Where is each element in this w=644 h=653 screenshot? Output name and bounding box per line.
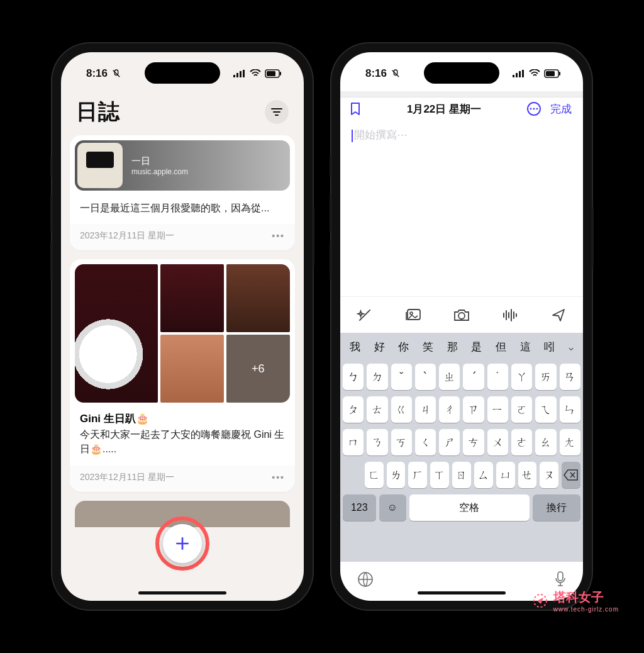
key[interactable]: ㄇ <box>343 429 364 455</box>
text-cursor <box>352 130 353 142</box>
journal-card[interactable]: +6 Gini 生日趴🎂 今天和大家一起去了大安的嗨餐廳慶祝 Gini 生日🎂.… <box>70 259 295 491</box>
key[interactable]: ㄡ <box>540 462 558 488</box>
key[interactable]: ㄟ <box>535 396 556 423</box>
key[interactable]: ㄏ <box>408 462 427 488</box>
key[interactable]: ㄑ <box>415 429 436 455</box>
return-key[interactable]: 換行 <box>533 494 580 521</box>
key[interactable]: ㄊ <box>367 396 387 423</box>
entry-more-button[interactable]: ••• <box>272 231 285 241</box>
status-time: 8:16 <box>86 67 108 80</box>
suggestion-bar: 我 好 你 笑 那 是 但 這 吲 ⌄ <box>340 333 583 360</box>
location-button[interactable] <box>549 306 568 325</box>
dynamic-island <box>424 62 499 84</box>
key-row: 123 ☺ 空格 換行 <box>340 491 583 524</box>
svg-rect-13 <box>559 72 560 75</box>
delete-key[interactable] <box>562 462 580 488</box>
key[interactable]: ㄋ <box>367 429 387 455</box>
music-attachment[interactable]: 一日 music.apple.com <box>75 140 290 191</box>
key[interactable]: ˋ <box>415 364 436 390</box>
space-key[interactable]: 空格 <box>409 494 530 521</box>
key[interactable]: ㄅ <box>343 364 364 390</box>
svg-rect-8 <box>516 73 518 77</box>
editor-date[interactable]: 1月22日 星期一 <box>407 102 481 116</box>
editor-nav: 1月22日 星期一 完成 <box>340 98 583 120</box>
suggestion[interactable]: 我 <box>343 340 367 354</box>
key[interactable]: ㄈ <box>365 462 384 488</box>
filter-button[interactable] <box>265 100 289 124</box>
dictation-key[interactable] <box>554 571 567 588</box>
key[interactable]: ㄝ <box>518 462 537 488</box>
done-button[interactable]: 完成 <box>550 102 572 116</box>
mode-key[interactable]: 123 <box>343 494 376 521</box>
key[interactable]: ㄙ <box>474 462 493 488</box>
key[interactable]: ㄠ <box>535 429 556 455</box>
suggestion[interactable]: 那 <box>440 340 465 354</box>
magic-button[interactable] <box>355 306 374 325</box>
key[interactable]: ㄌ <box>387 462 406 488</box>
entry-more-button[interactable]: ••• <box>272 472 285 483</box>
journal-card[interactable]: 一日 music.apple.com 一日是最近這三個月很愛聽的歌，因為從...… <box>70 135 295 250</box>
key[interactable]: ㄧ <box>487 396 508 423</box>
emoji-key[interactable]: ☺ <box>379 494 406 521</box>
key[interactable]: ㄘ <box>463 429 484 455</box>
key[interactable]: ㄓ <box>439 364 460 390</box>
editor-more-button[interactable] <box>526 101 541 116</box>
key[interactable]: ㄖ <box>452 462 471 488</box>
entry-date: 2023年12月11日 星期一 <box>80 230 174 242</box>
suggestion[interactable]: 吲 <box>537 340 562 354</box>
svg-rect-1 <box>236 73 238 77</box>
entry-excerpt: 一日是最近這三個月很愛聽的歌，因為從... <box>70 196 295 224</box>
key[interactable]: ㄎ <box>391 429 412 455</box>
suggestion[interactable]: 好 <box>367 340 392 354</box>
suggestion-expand[interactable]: ⌄ <box>562 340 580 354</box>
key[interactable]: ㄒ <box>430 462 449 488</box>
svg-rect-9 <box>519 71 521 77</box>
suggestion[interactable]: 你 <box>391 340 416 354</box>
svg-rect-6 <box>280 72 281 75</box>
bookmark-button[interactable] <box>349 101 362 116</box>
key[interactable]: ㄞ <box>535 364 556 390</box>
highlight-ring <box>155 516 209 571</box>
suggestion[interactable]: 是 <box>464 340 489 354</box>
photo-thumb[interactable] <box>75 264 158 403</box>
music-title: 一日 <box>131 155 188 167</box>
home-indicator[interactable] <box>138 591 226 594</box>
key[interactable]: ㄚ <box>511 364 532 390</box>
photo-thumb[interactable] <box>160 264 224 332</box>
key[interactable]: ㄗ <box>463 396 484 423</box>
key[interactable]: ㄣ <box>560 396 580 423</box>
key[interactable]: ㄆ <box>343 396 364 423</box>
key[interactable]: ㄩ <box>496 462 515 488</box>
key[interactable]: ㄤ <box>560 429 580 455</box>
gallery-button[interactable] <box>404 306 423 325</box>
key[interactable]: ㄉ <box>367 364 387 390</box>
camera-button[interactable] <box>452 306 471 325</box>
photo-more-button[interactable]: +6 <box>226 335 290 403</box>
suggestion[interactable]: 但 <box>489 340 513 354</box>
svg-rect-3 <box>243 70 245 77</box>
key[interactable]: ㄔ <box>439 396 460 423</box>
key[interactable]: ㄍ <box>391 396 412 423</box>
key[interactable]: ㄛ <box>511 396 532 423</box>
suggestion[interactable]: 這 <box>513 340 538 354</box>
home-indicator[interactable] <box>418 591 506 594</box>
globe-key[interactable] <box>357 571 374 588</box>
key[interactable]: ㄐ <box>415 396 436 423</box>
audio-button[interactable] <box>501 306 519 325</box>
svg-rect-0 <box>233 75 235 77</box>
photo-grid[interactable]: +6 <box>75 264 290 403</box>
page-title: 日誌 <box>76 98 120 126</box>
editor-textarea[interactable]: 開始撰寫⋯ <box>340 120 583 296</box>
photo-thumb[interactable] <box>160 335 224 403</box>
key[interactable]: ㄜ <box>511 429 532 455</box>
new-entry-button[interactable] <box>163 524 202 563</box>
key[interactable]: ˊ <box>463 364 484 390</box>
key[interactable]: ㄢ <box>560 364 580 390</box>
photo-thumb[interactable] <box>226 264 290 332</box>
key[interactable]: ˙ <box>487 364 508 390</box>
suggestion[interactable]: 笑 <box>416 340 440 354</box>
key[interactable]: ㄕ <box>439 429 460 455</box>
key[interactable]: ㄨ <box>487 429 508 455</box>
key-row: ㄈ ㄌ ㄏ ㄒ ㄖ ㄙ ㄩ ㄝ ㄡ <box>340 459 583 491</box>
key[interactable]: ˇ <box>391 364 412 390</box>
